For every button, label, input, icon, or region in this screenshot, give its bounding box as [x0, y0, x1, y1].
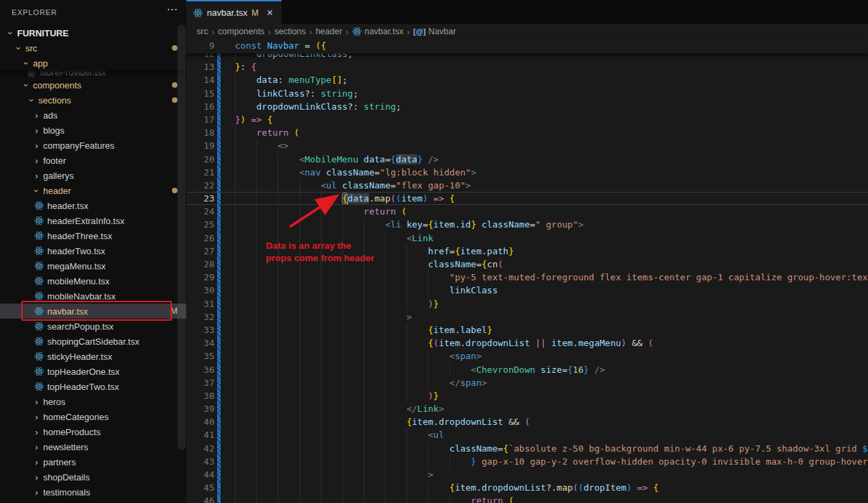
tree-item-homeProducts[interactable]: ›homeProducts [0, 424, 186, 439]
code-line-45[interactable]: 45{item.dropdownList?.map((dropItem) => … [186, 481, 868, 494]
tree-item-megaMenu.tsx[interactable]: megaMenu.tsx [0, 258, 186, 273]
code-line-16[interactable]: 16dropdownLinkClass?: string; [186, 100, 868, 113]
code-line-43[interactable]: 43} gap-x-10 gap-y-2 overflow-hidden opa… [186, 455, 868, 468]
code-line-content: return ( [221, 205, 868, 218]
code-line-content: return ( [221, 126, 868, 139]
code-line-22[interactable]: 22<ul className="flex gap-10"> [186, 179, 868, 192]
git-modified-dot [172, 45, 177, 51]
tree-item-partners[interactable]: ›partners [0, 454, 186, 469]
tree-item-newsletters[interactable]: ›newsletters [0, 439, 186, 454]
tree-item-sections[interactable]: ›sections [0, 93, 186, 108]
tree-item-blogs[interactable]: ›blogs [0, 123, 186, 138]
tree-item-gallerys[interactable]: ›gallerys [0, 168, 186, 183]
tree-item-headerThree.tsx[interactable]: headerThree.tsx [0, 228, 186, 243]
breadcrumb-label: header [316, 27, 343, 36]
code-line-25[interactable]: 25<li key={item.id} className=" group"> [186, 218, 868, 231]
sidebar-scrollbar[interactable] [177, 25, 186, 450]
code-line-26[interactable]: 26<Link [186, 232, 868, 245]
tree-item-header.tsx[interactable]: header.tsx [0, 198, 186, 213]
code-line-31[interactable]: 31)} [186, 297, 868, 310]
code-line-40[interactable]: 40{item.dropdownList && ( [186, 415, 868, 428]
code-line-32[interactable]: 32> [186, 310, 868, 323]
code-line-15[interactable]: 15linkClass?: string; [186, 87, 868, 100]
code-line-42[interactable]: 42className={`absolute z-50 bg-backgroun… [186, 442, 868, 455]
code-line-18[interactable]: 18return ( [186, 126, 868, 139]
code-area[interactable]: 12dropdownLinkClass,13}: {14data: menuTy… [186, 53, 868, 503]
code-line-9[interactable]: 9const Navbar = ({ [186, 39, 868, 52]
code-line-12[interactable]: 12dropdownLinkClass, [186, 53, 868, 60]
tree-item-topHeaderTwo.tsx[interactable]: topHeaderTwo.tsx [0, 379, 186, 394]
tree-item-mobileNavbar.tsx[interactable]: mobileNavbar.tsx [0, 289, 186, 304]
tree-item-stickyHeader.tsx[interactable]: stickyHeader.tsx [0, 349, 186, 364]
code-line-38[interactable]: 38)} [186, 389, 868, 402]
code-line-37[interactable]: 37</span> [186, 376, 868, 389]
tree-item-searchPopup.tsx[interactable]: searchPopup.tsx [0, 319, 186, 334]
code-line-36[interactable]: 36<ChevronDown size={16} /> [186, 363, 868, 376]
line-number: 29 [186, 271, 214, 284]
tree-item-footer[interactable]: ›footer [0, 153, 186, 168]
code-line-14[interactable]: 14data: menuType[]; [186, 73, 868, 86]
breadcrumb-item-src[interactable]: src [197, 27, 208, 36]
code-line-33[interactable]: 33{item.label} [186, 323, 868, 336]
breadcrumb-item-components[interactable]: components [218, 27, 264, 36]
line-number: 46 [186, 494, 214, 503]
tree-item-header[interactable]: ›header [0, 183, 186, 198]
tree-item-FURNITURE[interactable]: ›FURNITURE [0, 25, 186, 40]
line-number: 30 [186, 284, 214, 297]
code-line-28[interactable]: 28className={cn( [186, 258, 868, 271]
tree-item-testimonials[interactable]: ›testimonials [0, 484, 186, 500]
code-line-29[interactable]: 29"py-5 text-muted-foreground flex items… [186, 271, 868, 284]
code-line-39[interactable]: 39</Link> [186, 402, 868, 415]
line-number: 18 [186, 126, 214, 139]
breadcrumb-item-sections[interactable]: sections [274, 27, 306, 36]
tree-item-label: header.tsx [47, 201, 88, 211]
code-line-34[interactable]: 34{(item.dropdownList || item.megaMenu) … [186, 336, 868, 349]
code-line-13[interactable]: 13}: { [186, 60, 868, 73]
tree-item-companyFeatures[interactable]: ›companyFeatures [0, 138, 186, 153]
tree-item-homeCategories[interactable]: ›homeCategories [0, 409, 186, 424]
code-line-44[interactable]: 44> [186, 468, 868, 481]
tree-item-shopingCartSidebar.tsx[interactable]: shopingCartSidebar.tsx [0, 334, 186, 349]
tree-item-headerTwo.tsx[interactable]: headerTwo.tsx [0, 243, 186, 258]
code-line-41[interactable]: 41<ul [186, 428, 868, 441]
code-line-27[interactable]: 27href={item.path} [186, 245, 868, 258]
tree-item-app[interactable]: ›app [0, 56, 186, 71]
close-icon[interactable]: × [266, 8, 273, 19]
code-line-30[interactable]: 30linkClass [186, 284, 868, 297]
tree-item-label: searchPopup.tsx [47, 321, 114, 332]
code-line-21[interactable]: 21<nav className="lg:block hidden"> [186, 166, 868, 179]
breadcrumb-item-header[interactable]: header [316, 27, 343, 36]
tab-modified-badge: M [251, 8, 258, 18]
code-line-19[interactable]: 19<> [186, 139, 868, 152]
code-line-20[interactable]: 20<MobileMenu data={data} /> [186, 153, 868, 166]
tree-item-heros[interactable]: ›heros [0, 394, 186, 409]
code-line-content: const Navbar = ({ [221, 39, 868, 52]
code-line-23[interactable]: 23{data.map((item) => { [186, 192, 868, 205]
tree-item-headerExtraInfo.tsx[interactable]: headerExtraInfo.tsx [0, 213, 186, 228]
code-line-35[interactable]: 35<span> [186, 349, 868, 363]
breadcrumb-item-navbar.tsx[interactable]: navbar.tsx [352, 27, 404, 36]
line-number: 38 [186, 389, 214, 402]
tree-item-shopDetails[interactable]: ›shopDetails [0, 469, 186, 484]
tree-item-components[interactable]: ›components [0, 77, 186, 93]
indent-guides [235, 323, 428, 336]
tree-item-navbar.tsx[interactable]: navbar.tsxM [0, 304, 186, 319]
react-file-icon [34, 216, 46, 225]
code-line-17[interactable]: 17}) => { [186, 113, 868, 126]
code-line-24[interactable]: 24return ( [186, 205, 868, 218]
tree-item-mobileMenu.tsx[interactable]: mobileMenu.tsx [0, 273, 186, 289]
indent-guides [235, 153, 299, 166]
line-number: 17 [186, 113, 214, 126]
chevron-right-icon: › [32, 110, 42, 121]
tree-item-topHeaderOne.tsx[interactable]: topHeaderOne.tsx [0, 364, 186, 379]
more-actions-icon[interactable]: ⋯ [166, 3, 178, 16]
indent-guides [235, 349, 449, 363]
tree-item-storeProvider.tsx[interactable]: storeProvider.tsx [0, 71, 186, 77]
tab-navbar-tsx[interactable]: navbar.tsx M × [186, 0, 282, 24]
tree-item-label: FURNITURE [17, 28, 69, 38]
sticky-line[interactable]: 9const Navbar = ({ [186, 39, 868, 53]
code-line-46[interactable]: 46return ( [186, 494, 868, 503]
breadcrumb-item-Navbar[interactable]: [@]Navbar [413, 27, 456, 36]
tree-item-src[interactable]: ›src [0, 40, 186, 56]
tree-item-ads[interactable]: ›ads [0, 108, 186, 123]
